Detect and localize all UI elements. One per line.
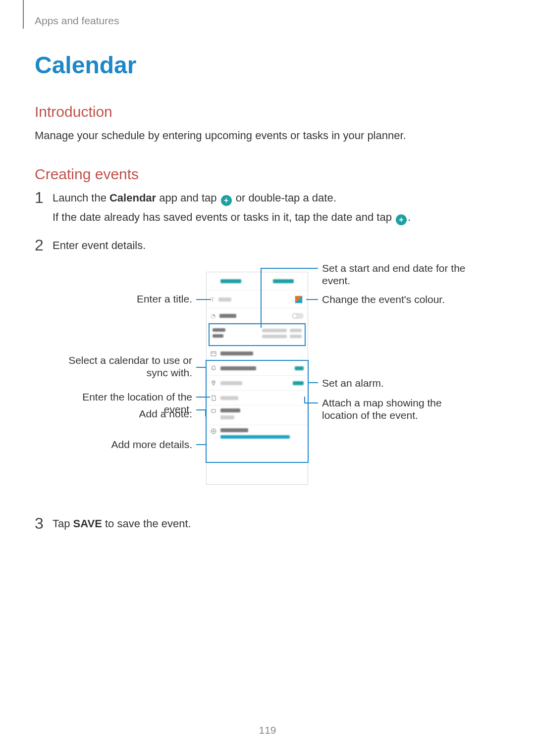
leader-details [196,444,206,445]
row-timezone [207,425,308,447]
save-keyword: SAVE [73,517,102,530]
start-label-blur [213,328,225,332]
title-placeholder-blur [218,298,231,302]
row-location [207,376,308,391]
step-3-text: Tap SAVE to save the event. [53,517,500,530]
app-name-calendar: Calendar [109,192,156,204]
pin-icon [211,380,216,386]
page-title: Calendar [35,51,500,79]
add-icon: + [221,195,232,206]
allday-toggle [292,313,304,319]
map-link-blur [293,381,304,385]
page-number: 119 [0,724,535,736]
row-dates [209,323,306,346]
step-number: 3 [35,514,44,533]
timezone-value-blur [220,435,290,439]
manual-page: Apps and features Calendar Introduction … [0,0,535,756]
timezone-label-blur [220,428,248,432]
colour-swatch [295,296,303,303]
add-icon: + [396,214,407,225]
leader-colour [306,299,318,300]
phone-header [207,272,308,291]
end-label-blur [213,334,223,338]
row-repeat [207,405,308,425]
step-1-line-1: Launch the Calendar app and tap + or dou… [53,192,500,206]
leader-note-v [205,409,206,416]
leader-note-h [196,409,206,410]
margin-rule [23,0,24,29]
bell-icon [211,365,216,371]
step-3: 3 Tap SAVE to save the event. [35,517,500,530]
svg-point-3 [213,382,214,383]
callout-alarm: Set an alarm. [322,377,476,389]
row-reminder [207,361,308,376]
leader-alarm [308,382,318,383]
svg-rect-4 [212,409,215,412]
breadcrumb: Apps and features [35,15,500,27]
leader-map-h [304,403,318,403]
clock-icon: ◔ [211,312,215,319]
callout-title: Enter a title. [62,293,192,305]
step-number: 2 [35,236,44,254]
callout-details: Add more details. [62,438,192,451]
reminder-value-blur [295,366,304,370]
step-number: 1 [35,189,44,207]
save-label-blur [273,279,294,283]
step-2: 2 Enter event details. T ◔ [35,239,500,500]
repeat-icon [211,408,216,414]
leader-title [196,299,211,300]
intro-text: Manage your schedule by entering upcomin… [35,129,500,142]
allday-label-blur [219,314,236,318]
title-letter-icon: T [211,296,214,303]
callout-map: Attach a map showing the location of the… [322,397,476,421]
repeat-label-blur [220,408,240,412]
cancel-label-blur [220,279,241,283]
row-calendar [207,346,308,361]
leader-location [196,397,210,398]
repeat-value-blur [220,415,234,419]
note-icon [211,395,216,401]
step-list: 1 Launch the Calendar app and tap + or d… [35,192,500,530]
section-heading-introduction: Introduction [35,103,500,120]
leader-calendar [196,367,206,368]
calendar-label-blur [220,352,253,355]
reminder-label-blur [220,366,256,370]
globe-icon [211,428,216,434]
row-allday: ◔ [207,308,308,323]
row-title: T [207,291,308,308]
note-label-blur [220,396,238,400]
step-2-text: Enter event details. [53,239,500,252]
callout-note: Add a note. [62,407,192,420]
row-note [207,391,308,405]
callout-colour: Change the event's colour. [322,293,476,305]
step-1: 1 Launch the Calendar app and tap + or d… [35,192,500,225]
section-heading-creating-events: Creating events [35,166,500,183]
step-1-line-2: If the date already has saved events or … [53,211,500,225]
svg-rect-0 [211,352,216,356]
phone-mock: T ◔ [206,272,308,485]
event-editor-figure: T ◔ [62,262,479,500]
location-label-blur [220,381,242,385]
callout-dates: Set a start and end date for the event. [322,262,476,287]
calendar-icon [211,351,216,356]
leader-dates-h [261,268,318,269]
callout-calendar: Select a calendar to use or sync with. [62,354,192,379]
leader-dates-v [261,268,262,328]
